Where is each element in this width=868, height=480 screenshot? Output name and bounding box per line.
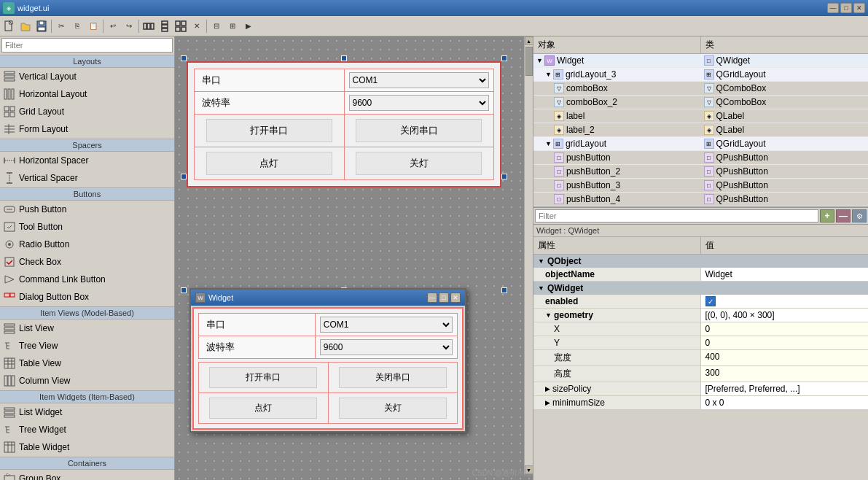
float-close-button[interactable]: 关闭串口 bbox=[339, 367, 447, 388]
sidebar-item-list-view[interactable]: List View bbox=[0, 320, 174, 337]
tree-row-pb1[interactable]: □ pushButton □ QPushButton bbox=[533, 151, 868, 165]
toolbar-layout-v[interactable] bbox=[157, 18, 173, 34]
tree-row-label2[interactable]: ◈ label_2 ◈ QLabel bbox=[533, 123, 868, 137]
command-link-icon bbox=[3, 273, 16, 286]
sidebar-label-table-widget: Table Widget bbox=[19, 442, 69, 452]
sidebar-item-radio-button[interactable]: Radio Button bbox=[0, 236, 174, 253]
props-section-qwidget[interactable]: ▼ QWidget bbox=[533, 282, 868, 295]
scroll-down-btn[interactable]: ▼ bbox=[525, 465, 533, 474]
x-val[interactable]: 0 bbox=[701, 322, 869, 336]
tree-row-pb2[interactable]: □ pushButton_2 □ QPushButton bbox=[533, 165, 868, 179]
open-serial-button[interactable]: 打开串口 bbox=[206, 119, 332, 142]
filter-settings-button[interactable]: ⚙ bbox=[852, 209, 867, 222]
props-row-width: 宽度 400 bbox=[533, 350, 868, 366]
sidebar-label-command-link: Command Link Button bbox=[19, 274, 106, 284]
float-open-button[interactable]: 打开串口 bbox=[209, 367, 317, 388]
sidebar-label-table-view: Table View bbox=[19, 358, 61, 368]
tree-row-gridlayout[interactable]: ▼ ⊞ gridLayout ⊞ QGridLayout bbox=[533, 137, 868, 151]
toolbar-save[interactable] bbox=[34, 18, 50, 34]
toolbar-open[interactable] bbox=[17, 18, 34, 34]
sidebar-item-group-box[interactable]: Gr Group Box bbox=[0, 470, 174, 480]
props-section-qobject[interactable]: ▼ QObject bbox=[533, 255, 868, 268]
tree-row-gridlayout3[interactable]: ▼ ⊞ gridLayout_3 ⊞ QGridLayout bbox=[533, 68, 868, 82]
toolbar-redo[interactable]: ↪ bbox=[121, 18, 137, 34]
float-widget-close[interactable]: ✕ bbox=[450, 293, 461, 303]
gridlayout3-icon: ⊞ bbox=[553, 69, 563, 80]
sidebar-item-grid-layout[interactable]: Grid Layout bbox=[0, 103, 174, 120]
sidebar-item-horizontal-layout[interactable]: Horizontal Layout bbox=[0, 85, 174, 103]
float-baud-combo[interactable]: 9600 bbox=[320, 339, 453, 355]
main-scrollbar-v[interactable]: ▲ ▼ bbox=[524, 36, 533, 474]
float-lighton-button[interactable]: 点灯 bbox=[209, 398, 317, 419]
toolbar-preview[interactable]: ▶ bbox=[241, 18, 257, 34]
light-on-button[interactable]: 点灯 bbox=[206, 152, 332, 175]
minsize-key[interactable]: ▶ minimumSize bbox=[533, 396, 701, 409]
toolbar-cut[interactable]: ✂ bbox=[53, 18, 69, 34]
y-val[interactable]: 0 bbox=[701, 336, 869, 349]
canvas-area[interactable]: 串口 COM1 COM2 波特率 9600 bbox=[175, 36, 533, 480]
height-val[interactable]: 300 bbox=[701, 366, 869, 382]
sidebar-item-tree-view[interactable]: Tree View bbox=[0, 337, 174, 355]
tree-row-label[interactable]: ◈ label ◈ QLabel bbox=[533, 109, 868, 123]
sidebar-item-horizontal-spacer[interactable]: Horizontal Spacer bbox=[0, 152, 174, 169]
tree-row-pb3[interactable]: □ pushButton_3 □ QPushButton bbox=[533, 179, 868, 193]
toolbar-adjust-v[interactable]: ⊞ bbox=[224, 18, 241, 34]
geometry-key[interactable]: ▼ geometry bbox=[533, 309, 701, 322]
sidebar-item-table-widget[interactable]: Table Widget bbox=[0, 438, 174, 456]
width-val[interactable]: 400 bbox=[701, 350, 869, 365]
float-lightoff-button[interactable]: 关灯 bbox=[339, 398, 447, 419]
enabled-val[interactable]: ✓ bbox=[701, 295, 869, 308]
filter-status: Widget : QWidget bbox=[533, 225, 868, 237]
sizepolicy-key[interactable]: ▶ sizePolicy bbox=[533, 382, 701, 395]
combobox2-name: comboBox_2 bbox=[566, 97, 617, 107]
float-widget-minimize[interactable]: — bbox=[427, 293, 437, 303]
sidebar-filter-input[interactable] bbox=[1, 38, 173, 53]
float-widget-maximize[interactable]: □ bbox=[439, 293, 449, 303]
filter-add-button[interactable]: + bbox=[820, 209, 834, 222]
minsize-toggle: ▶ bbox=[545, 399, 550, 406]
tree-row-widget[interactable]: ▼ W Widget □ QWidget bbox=[533, 54, 868, 68]
sidebar-item-table-view[interactable]: Table View bbox=[0, 355, 174, 372]
tree-row-combobox[interactable]: ▽ comboBox ▽ QComboBox bbox=[533, 82, 868, 96]
filter-remove-button[interactable]: — bbox=[836, 209, 851, 222]
close-button[interactable]: ✕ bbox=[853, 3, 865, 13]
main-layout: Layouts Vertical Layout Horizontal Layou… bbox=[0, 36, 868, 480]
serial-combo[interactable]: COM1 COM2 bbox=[349, 72, 490, 88]
sidebar-item-push-button[interactable]: Push Button bbox=[0, 201, 174, 218]
enabled-checkbox[interactable]: ✓ bbox=[705, 296, 716, 306]
sidebar-item-tree-widget[interactable]: Tree Widget bbox=[0, 421, 174, 438]
toolbar-adjust-h[interactable]: ⊟ bbox=[208, 18, 224, 34]
close-serial-button[interactable]: 关闭串口 bbox=[356, 119, 482, 142]
sidebar-item-form-layout[interactable]: Form Layout bbox=[0, 120, 174, 138]
tree-row-pb4[interactable]: □ pushButton_4 □ QPushButton bbox=[533, 193, 868, 206]
sidebar-item-column-view[interactable]: Column View bbox=[0, 372, 174, 390]
toolbar-undo[interactable]: ↩ bbox=[105, 18, 121, 34]
scroll-thumb-v[interactable] bbox=[525, 47, 533, 76]
sidebar-item-command-link[interactable]: Command Link Button bbox=[0, 271, 174, 288]
toolbar-layout-grid[interactable] bbox=[173, 18, 189, 34]
toolbar-new[interactable] bbox=[1, 18, 17, 34]
filter-input[interactable] bbox=[535, 209, 818, 222]
sidebar-item-list-widget[interactable]: List Widget bbox=[0, 403, 174, 421]
qobject-toggle: ▼ bbox=[538, 258, 544, 265]
scroll-up-btn[interactable]: ▲ bbox=[525, 36, 533, 45]
sidebar-label-radio-button: Radio Button bbox=[19, 239, 69, 249]
sidebar-item-vertical-layout[interactable]: Vertical Layout bbox=[0, 68, 174, 85]
tree-row-combobox2[interactable]: ▽ comboBox_2 ▽ QComboBox bbox=[533, 96, 868, 109]
float-serial-combo[interactable]: COM1 bbox=[320, 317, 453, 333]
toolbar-copy[interactable]: ⎘ bbox=[69, 18, 85, 34]
sidebar-item-dialog-button[interactable]: Dialog Button Box bbox=[0, 288, 174, 306]
svg-rect-59 bbox=[4, 408, 15, 410]
baud-combo[interactable]: 9600 115200 bbox=[349, 95, 490, 111]
minimize-button[interactable]: — bbox=[827, 3, 839, 13]
toolbar-break[interactable]: ✕ bbox=[189, 18, 205, 34]
open-btn-cell: 打开串口 bbox=[195, 115, 345, 147]
toolbar-paste[interactable]: 📋 bbox=[85, 18, 101, 34]
toolbar-layout-h[interactable] bbox=[141, 18, 157, 34]
gridlayout-icon: ⊞ bbox=[553, 139, 563, 149]
maximize-button[interactable]: □ bbox=[840, 3, 852, 13]
light-off-button[interactable]: 关灯 bbox=[356, 152, 482, 175]
sidebar-item-tool-button[interactable]: Tool Button bbox=[0, 218, 174, 236]
sidebar-item-check-box[interactable]: Check Box bbox=[0, 253, 174, 271]
sidebar-item-vertical-spacer[interactable]: Vertical Spacer bbox=[0, 169, 174, 187]
